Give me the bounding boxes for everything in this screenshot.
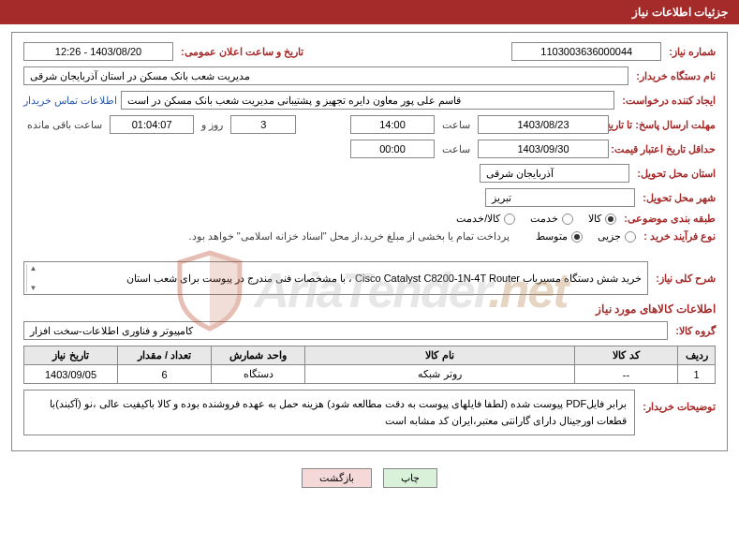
deadline-send-time: 14:00 (350, 115, 435, 134)
th-qty: تعداد / مقدار (118, 346, 212, 365)
delivery-province-label: استان محل تحویل: (633, 168, 716, 180)
buyer-org-value: مدیریت شعب بانک مسکن در استان آذربایجان … (23, 66, 628, 85)
days-remain: 3 (230, 115, 296, 134)
deadline-send-date: 1403/08/23 (478, 115, 609, 134)
payment-note: پرداخت تمام یا بخشی از مبلغ خرید،از محل … (189, 230, 510, 243)
category-label: طبقه بندی موضوعی: (620, 213, 716, 225)
need-no-label: شماره نیاز: (665, 46, 716, 58)
cell-date: 1403/09/05 (24, 365, 118, 384)
buyer-notes-box: برابر فایلPDF پیوست شده (لطفا فایلهای پی… (23, 390, 635, 435)
delivery-city-value: تبریز (485, 188, 635, 207)
button-row: چاپ بازگشت (0, 459, 739, 497)
requester-value: قاسم علی پور معاون دایره تجهیز و پشتیبان… (121, 91, 614, 110)
announce-value: 1403/08/20 - 12:26 (23, 42, 173, 61)
purchase-type-radio-group: جزیی متوسط (536, 230, 636, 243)
summary-label: شرح کلی نیاز: (652, 273, 716, 285)
cell-unit: دستگاه (212, 365, 305, 384)
radio-medium[interactable]: متوسط (536, 230, 583, 243)
back-button[interactable]: بازگشت (302, 468, 372, 488)
radio-minor[interactable]: جزیی (598, 230, 636, 243)
radio-icon (571, 231, 583, 243)
th-code: کد کالا (575, 346, 678, 365)
th-date: تاریخ نیاز (24, 346, 118, 365)
cell-code: -- (575, 365, 678, 384)
page-title: جزئیات اطلاعات نیاز (632, 6, 728, 19)
th-unit: واحد شمارش (212, 346, 305, 365)
buyer-notes-label: توضیحات خریدار: (639, 390, 716, 413)
cell-name: روتر شبکه (305, 365, 575, 384)
summary-text: خرید شش دستگاه مسیریاب Cisco Catalyst C8… (30, 273, 642, 285)
page-header: جزئیات اطلاعات نیاز (0, 0, 739, 24)
radio-icon (605, 214, 616, 225)
purchase-type-label: نوع فرآیند خرید : (640, 230, 716, 243)
deadline-send-label: مهلت ارسال پاسخ: تا تاریخ: (613, 119, 716, 131)
time-label-2: ساعت (438, 143, 474, 155)
buyer-org-label: نام دستگاه خریدار: (632, 70, 716, 82)
requester-label: ایجاد کننده درخواست: (618, 95, 716, 107)
days-and-label: روز و (198, 119, 227, 131)
details-panel: AriaTender.net شماره نیاز: 1103003636000… (11, 32, 728, 451)
goods-group-value: کامپیوتر و فناوری اطلاعات-سخت افزار (23, 321, 668, 340)
goods-group-label: گروه کالا: (672, 325, 716, 337)
time-label-1: ساعت (438, 119, 474, 131)
stepper-arrows-icon[interactable]: ▲▼ (26, 264, 39, 292)
radio-icon (562, 214, 573, 225)
time-remain: 01:04:07 (110, 115, 194, 134)
items-table: ردیف کد کالا نام کالا واحد شمارش تعداد /… (23, 346, 716, 384)
print-button[interactable]: چاپ (383, 468, 437, 488)
radio-service[interactable]: خدمت (530, 213, 573, 225)
need-no-value: 1103003636000044 (511, 42, 661, 61)
delivery-province-value: آذربایجان شرقی (480, 164, 629, 183)
th-row: ردیف (678, 346, 716, 365)
delivery-city-label: شهر محل تحویل: (639, 192, 716, 204)
time-remain-suffix: ساعت باقی مانده (23, 119, 106, 131)
buyer-notes-text: برابر فایلPDF پیوست شده (لطفا فایلهای پی… (50, 398, 627, 426)
validity-label: حداقل تاریخ اعتبار قیمت: تا تاریخ: (613, 143, 716, 155)
validity-date: 1403/09/30 (478, 140, 609, 158)
radio-icon (504, 214, 515, 225)
cell-row: 1 (678, 365, 716, 384)
buyer-contact-link[interactable]: اطلاعات تماس خریدار (23, 95, 117, 107)
announce-label: تاریخ و ساعت اعلان عمومی: (177, 46, 303, 58)
radio-icon (625, 231, 636, 243)
table-row: 1 -- روتر شبکه دستگاه 6 1403/09/05 (24, 365, 716, 384)
radio-goods[interactable]: کالا (588, 213, 616, 225)
radio-both[interactable]: کالا/خدمت (456, 213, 515, 225)
table-header-row: ردیف کد کالا نام کالا واحد شمارش تعداد /… (24, 346, 716, 365)
category-radio-group: کالا خدمت کالا/خدمت (456, 213, 616, 225)
th-name: نام کالا (305, 346, 575, 365)
cell-qty: 6 (118, 365, 212, 384)
summary-box[interactable]: خرید شش دستگاه مسیریاب Cisco Catalyst C8… (23, 261, 648, 295)
items-section-title: اطلاعات کالاهای مورد نیاز (23, 302, 716, 316)
validity-time: 00:00 (350, 140, 435, 158)
